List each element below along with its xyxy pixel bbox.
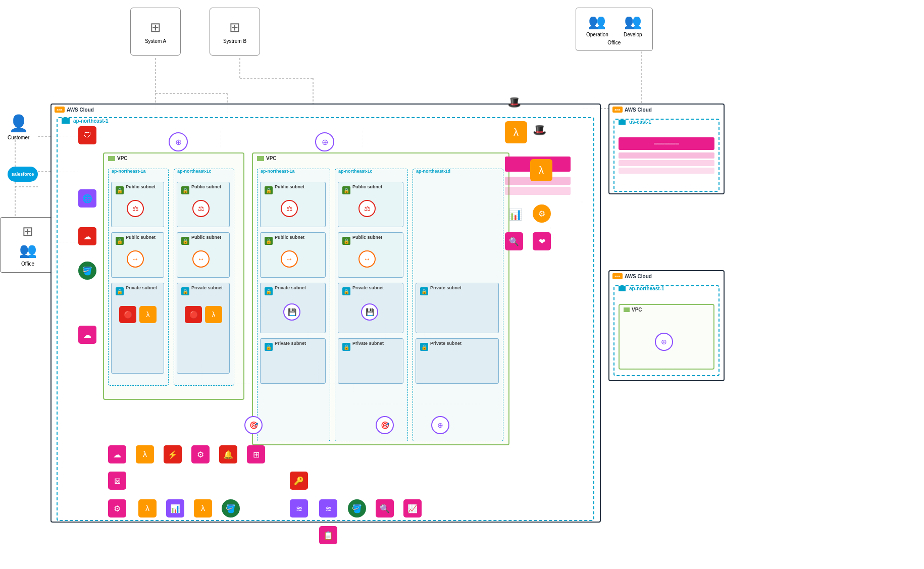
subnet-pub3: 🔒 Public subnet ⚖ (177, 182, 230, 227)
subnet-priv2: 🔒 Private subnet 🔴 λ (177, 283, 230, 374)
lock-pub8: 🔒 (342, 237, 350, 245)
right-aws-cloud-2: aws AWS Cloud ap-northeast-1 VPC ⊕ (608, 270, 725, 381)
office-label: Office (21, 261, 34, 267)
cog-right-icon: ⚙ (533, 204, 551, 223)
right-cloud-2-label: aws AWS Cloud (609, 271, 724, 281)
db-icon-2: 💾 (361, 303, 378, 321)
settings-icon: ⚙ (108, 499, 126, 518)
s3-bucket-left: 🪣 (78, 262, 96, 280)
igw-right: ⊕ (315, 132, 334, 151)
lock-priv6: 🔒 (342, 343, 350, 351)
lock-priv3: 🔒 (265, 287, 273, 295)
s3-bucket-2: 🪣 (348, 499, 366, 518)
subnet-priv1: 🔒 Private subnet 🔴 λ (111, 283, 164, 374)
lock-pub6: 🔒 (265, 237, 273, 245)
lock-priv4: 🔒 (265, 343, 273, 351)
lambda-right-large: λ (505, 121, 527, 143)
right-vpc-endpoint: ⊕ (655, 333, 673, 351)
api-bar-right-3 (619, 160, 714, 166)
alb-icon-1: ⚖ (127, 200, 144, 217)
lock-pub2: 🔒 (116, 237, 124, 245)
right-vpc-box: VPC ⊕ (619, 304, 714, 370)
igw-left: ⊕ (169, 132, 188, 151)
lock-pub3: 🔒 (181, 186, 189, 194)
right-region-box-2: ap-northeast-1 VPC ⊕ (613, 285, 720, 376)
az2a-label: ap-northeast-1a (261, 169, 295, 174)
subnet-pub1: 🔒 Public subnet ⚖ (111, 182, 164, 227)
fargate-priv1: 🔴 (119, 306, 136, 323)
config-icon: ⚙ (191, 445, 210, 463)
route53-icon: 🌐 (78, 189, 96, 208)
az2d-box: ap-northeast-1d 🔒 Private subnet 🔒 Priva… (413, 169, 503, 441)
az2c-box: ap-northeast-1c 🔒 Public subnet ⚖ 🔒 Publ… (335, 169, 408, 441)
az1c-box: ap-northeast-1c 🔒 Public subnet ⚖ 🔒 Publ… (174, 169, 234, 386)
subnet-priv5: 🔒 Private subnet 💾 (338, 283, 403, 333)
right-region-2-label: ap-northeast-1 (619, 286, 664, 291)
nat-icon-4: ↔ (358, 250, 376, 268)
subnet-pub4: 🔒 Public subnet ↔ (177, 232, 230, 278)
s3-bucket-1: 🪣 (222, 499, 240, 518)
barchart-icon: 📊 (505, 204, 525, 225)
az2c-label: ap-northeast-1c (338, 169, 373, 174)
aws-logo-main: aws (55, 107, 65, 113)
subnet-pub7: 🔒 Public subnet ⚖ (338, 182, 403, 227)
dynamo-icon: 📊 (166, 499, 184, 518)
pink-bar-3 (505, 187, 571, 195)
api-bar-right-2 (619, 152, 714, 159)
subnet-pub5: 🔒 Public subnet ⚖ (260, 182, 326, 227)
subnet-priv4: 🔒 Private subnet (260, 338, 326, 384)
quicksight-icon: 📈 (403, 499, 422, 518)
right-aws-cloud-1: aws AWS Cloud us-east-1 ═══════ (608, 104, 725, 194)
api-bar-right-4 (619, 168, 714, 174)
aws-logo-right2: aws (612, 273, 623, 279)
system-a-label: System A (145, 38, 166, 44)
top-office-label: Office (607, 40, 621, 45)
right-cloud-1-label: aws AWS Cloud (609, 105, 724, 115)
operation-label: Operation (586, 32, 608, 37)
az2d-label: ap-northeast-1d (416, 169, 450, 174)
table-icon: 📋 (319, 526, 337, 544)
lock-priv7: 🔒 (420, 287, 428, 295)
main-region-label: ap-northeast-1 (62, 118, 108, 124)
alb-icon-2: ⚖ (192, 200, 210, 217)
office-box: ⊞ 👥 Office (0, 217, 56, 273)
vpc1-label: VPC (108, 156, 128, 161)
subnet-pub2: 🔒 Public subnet ↔ (111, 232, 164, 278)
endpoint-icon-2: 🎯 (376, 416, 394, 434)
kinesis-icon-2: ≋ (319, 499, 337, 518)
subnet-priv6: 🔒 Private subnet (338, 338, 403, 384)
lock-priv5: 🔒 (342, 287, 350, 295)
eventbridge-icon: ⚡ (164, 445, 182, 463)
lambda-icon-2: λ (138, 499, 157, 518)
alb-icon-3: ⚖ (281, 200, 298, 217)
vpc2-box: VPC ap-northeast-1a 🔒 Public subnet ⚖ 🔒 … (252, 152, 509, 445)
athena-icon: 🔍 (376, 499, 394, 518)
lambda-priv1: λ (139, 306, 157, 323)
right-region-1-label: us-east-1 (619, 119, 651, 125)
diagram-container: ⊞ System A ⊞ Systrem B 👥 Operation 👥 Dev… (0, 0, 924, 569)
lock-priv2: 🔒 (181, 287, 189, 295)
az2a-box: ap-northeast-1a 🔒 Public subnet ⚖ 🔒 Publ… (257, 169, 330, 441)
subnet-pub8: 🔒 Public subnet ↔ (338, 232, 403, 278)
customer-label: Customer (8, 135, 29, 140)
waf-icon: 🛡 (78, 126, 96, 144)
lambda-priv2: λ (205, 306, 222, 323)
rekognition-icon: ☁ (78, 326, 96, 344)
az1c-label: ap-northeast-1c (177, 169, 212, 174)
vpc1-box: VPC ap-northeast-1a 🔒 Public subnet ⚖ 🔒 (103, 152, 244, 400)
right-vpc-label: VPC (624, 307, 642, 313)
codepipeline-icon: ⊞ (247, 445, 265, 463)
system-b-label: Systrem B (223, 38, 246, 44)
waf-right-2: 🎩 (530, 121, 548, 139)
vpc2-label: VPC (257, 156, 277, 161)
endpoint-icon-1: 🎯 (244, 416, 263, 434)
subnet-priv8: 🔒 Private subnet (416, 338, 499, 384)
kinesis-icon-1: ≋ (290, 499, 308, 518)
lambda-right-2: λ (530, 159, 552, 181)
lock-priv1: 🔒 (116, 287, 124, 295)
lock-pub4: 🔒 (181, 237, 189, 245)
system-b-box: ⊞ Systrem B (210, 8, 260, 56)
lock-priv8: 🔒 (420, 343, 428, 351)
az1a-label: ap-northeast-1a (112, 169, 146, 174)
iot-icon: ⊠ (108, 472, 126, 490)
